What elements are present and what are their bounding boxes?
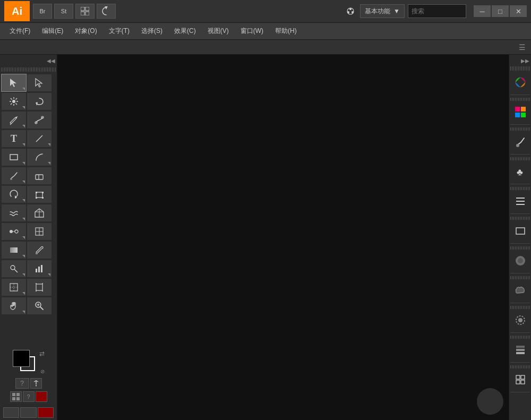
rect-tool[interactable]	[1, 148, 27, 166]
tool-extra-2[interactable]: ?	[23, 391, 35, 402]
menu-window[interactable]: 窗口(W)	[235, 24, 269, 39]
panel-group-swatches	[510, 102, 530, 125]
cloud-panel-button[interactable]	[511, 281, 530, 300]
menu-edit[interactable]: 编辑(E)	[37, 24, 68, 39]
svg-marker-9	[10, 79, 16, 87]
mode-btn-1[interactable]	[3, 407, 19, 418]
menu-effect[interactable]: 效果(C)	[169, 24, 201, 39]
panel-sep-6	[510, 246, 530, 250]
menu-object[interactable]: 对象(O)	[70, 24, 102, 39]
svg-rect-65	[12, 397, 15, 400]
collapse-toolbar-button[interactable]: ◀◀	[46, 56, 56, 65]
svg-rect-66	[16, 397, 20, 400]
swap-colors-icon[interactable]: ⇄	[39, 350, 45, 357]
svg-rect-49	[38, 267, 40, 272]
tool-row-brush	[1, 167, 56, 185]
type-tool[interactable]: T	[1, 130, 27, 148]
svg-rect-27	[36, 175, 43, 179]
panel-sep-3	[510, 157, 530, 160]
pathfinder-panel-button[interactable]	[511, 251, 530, 270]
menu-select[interactable]: 选择(S)	[136, 24, 168, 39]
collapse-right-panel-button[interactable]: ▶▶	[520, 56, 530, 65]
hand-tool[interactable]	[1, 297, 27, 315]
tool-row-pen	[1, 111, 56, 129]
search-input[interactable]	[408, 4, 466, 18]
lasso-tool[interactable]	[27, 92, 52, 110]
fill-color-swatch[interactable]	[13, 350, 30, 367]
svg-line-24	[36, 135, 42, 142]
svg-rect-51	[10, 284, 18, 291]
artboards-panel-button[interactable]	[511, 370, 530, 389]
swatches-panel-button[interactable]	[511, 102, 530, 122]
rotate-tool[interactable]	[1, 185, 27, 203]
svg-rect-50	[41, 265, 42, 272]
tool-mode-color[interactable]	[36, 391, 47, 402]
curvature-tool[interactable]	[27, 111, 52, 129]
color-panel-button[interactable]	[511, 73, 530, 92]
symbols-panel-button[interactable]: ♣	[511, 162, 530, 181]
line-tool[interactable]	[27, 130, 52, 148]
blend-tool[interactable]	[1, 222, 27, 241]
free-transform-tool[interactable]	[27, 185, 52, 203]
svg-point-26	[10, 178, 12, 180]
svg-rect-87	[521, 375, 525, 379]
panel-sep-2	[510, 127, 530, 131]
svg-rect-3	[85, 12, 89, 15]
transform-panel-button[interactable]	[511, 221, 530, 241]
bridge-button[interactable]: Br	[33, 4, 52, 19]
menu-type[interactable]: 文字(T)	[104, 24, 135, 39]
menu-view[interactable]: 视图(V)	[202, 24, 234, 39]
mode-btn-2[interactable]	[20, 407, 36, 418]
select-tool[interactable]	[1, 74, 27, 92]
eyedropper-tool[interactable]	[27, 241, 52, 259]
arrange-button[interactable]	[75, 4, 95, 19]
paintbrush-tool[interactable]	[1, 167, 27, 185]
none-icon[interactable]: ⊘	[40, 368, 45, 374]
zoom-tool[interactable]	[27, 297, 52, 315]
svg-point-6	[350, 8, 352, 10]
direct-select-tool[interactable]	[27, 74, 52, 92]
align-panel-button[interactable]	[511, 192, 530, 211]
artboard-tool[interactable]	[27, 278, 52, 296]
tool-row-hand	[1, 297, 56, 315]
svg-rect-33	[36, 197, 37, 199]
panel-group-color	[510, 73, 530, 95]
extra-tool-1[interactable]	[30, 378, 42, 389]
restore-button[interactable]: □	[492, 5, 509, 17]
mode-btn-3[interactable]	[38, 407, 54, 418]
perspective-grid-tool[interactable]	[27, 204, 52, 222]
menu-file[interactable]: 文件(F)	[4, 24, 36, 39]
magic-wand-tool[interactable]	[1, 92, 27, 110]
svg-rect-48	[36, 269, 37, 272]
graphic-styles-panel-button[interactable]	[511, 311, 530, 330]
menu-help[interactable]: 帮助(H)	[270, 24, 302, 39]
tool-row-type: T	[1, 130, 56, 148]
arc-tool[interactable]	[27, 148, 52, 166]
pen-tool[interactable]	[1, 111, 27, 129]
minimize-button[interactable]: ─	[474, 5, 491, 17]
mode-buttons	[1, 406, 56, 419]
chart-tool[interactable]	[27, 260, 52, 278]
eraser-tool[interactable]	[27, 167, 52, 185]
svg-rect-83	[516, 346, 525, 348]
panel-group-graphic-styles	[510, 311, 530, 333]
tool-row-gradient	[1, 241, 56, 259]
panel-group-pathfinder	[510, 251, 530, 273]
brushes-panel-button[interactable]	[511, 132, 530, 151]
slice-tool[interactable]	[1, 278, 27, 296]
panel-sep-7	[510, 276, 530, 279]
rotate-view-button[interactable]	[97, 4, 116, 19]
warp-tool[interactable]	[1, 204, 27, 222]
unknown-tool-btn[interactable]: ?	[15, 378, 29, 389]
measure-tool[interactable]	[1, 260, 27, 278]
layers-panel-button[interactable]	[511, 340, 530, 359]
close-button[interactable]: ✕	[510, 5, 527, 17]
mesh-tool[interactable]	[27, 222, 52, 241]
svg-rect-88	[516, 380, 520, 384]
svg-rect-25	[10, 155, 18, 160]
quick-actions-icon[interactable]	[10, 391, 22, 402]
gradient-tool[interactable]	[1, 241, 27, 259]
stock-button[interactable]: St	[54, 4, 73, 19]
workspace-selector[interactable]: 基本功能 ▼	[360, 4, 405, 18]
panel-options-icon[interactable]: ☰	[519, 43, 526, 52]
